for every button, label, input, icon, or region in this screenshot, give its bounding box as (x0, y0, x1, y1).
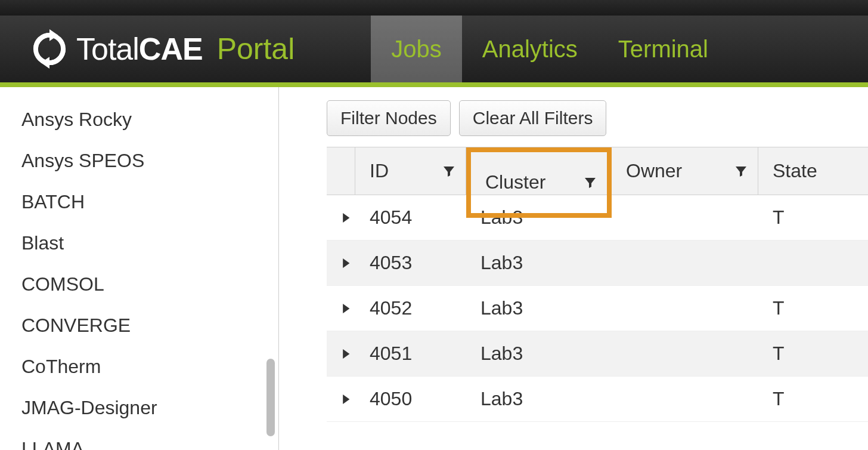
brand-name: TotalCAE (76, 31, 203, 67)
column-cluster-label: Cluster (485, 171, 545, 193)
column-cluster[interactable]: Cluster (466, 147, 612, 218)
cell-cluster: Lab3 (466, 252, 612, 274)
sidebar: Ansys Rocky Ansys SPEOS BATCH Blast COMS… (0, 87, 279, 450)
filter-icon[interactable] (583, 175, 597, 190)
sidebar-item-ansys-rocky[interactable]: Ansys Rocky (0, 99, 278, 140)
cell-cluster: Lab3 (466, 297, 612, 319)
sidebar-item-batch[interactable]: BATCH (0, 181, 278, 223)
svg-marker-6 (343, 394, 349, 404)
table-header-row: ID Cluster Owner (327, 147, 868, 195)
cell-state: T (758, 297, 866, 319)
main-header: TotalCAE Portal Jobs Analytics Terminal (0, 16, 868, 87)
cell-state: T (758, 206, 866, 229)
svg-marker-3 (343, 258, 349, 268)
cell-cluster: Lab3 (466, 343, 612, 365)
refresh-cycle-icon (30, 29, 69, 69)
tab-terminal[interactable]: Terminal (598, 16, 728, 82)
cell-id: 4052 (355, 297, 466, 319)
cell-id: 4050 (355, 388, 466, 410)
window-chrome-bar (0, 0, 868, 16)
table-row[interactable]: 4051 Lab3 T (327, 331, 868, 377)
table-toolbar: Filter Nodes Clear All Filters (327, 100, 868, 136)
filter-icon[interactable] (734, 164, 748, 178)
cell-state: T (758, 343, 866, 365)
expand-toggle[interactable] (327, 394, 355, 404)
column-owner[interactable]: Owner (612, 147, 758, 195)
sidebar-item-jmag-designer[interactable]: JMAG-Designer (0, 387, 278, 429)
svg-marker-5 (343, 349, 349, 359)
table-row[interactable]: 4052 Lab3 T (327, 286, 868, 331)
brand-name-bold: CAE (139, 32, 203, 66)
table-row[interactable]: 4050 Lab3 T (327, 377, 868, 422)
column-expand (327, 147, 355, 195)
svg-marker-4 (343, 304, 349, 313)
sidebar-item-ansys-speos[interactable]: Ansys SPEOS (0, 140, 278, 181)
column-owner-label: Owner (626, 160, 682, 182)
filter-icon[interactable] (442, 164, 456, 178)
cell-id: 4053 (355, 252, 466, 274)
main-content: Filter Nodes Clear All Filters ID Cluste… (279, 87, 868, 450)
sidebar-item-comsol[interactable]: COMSOL (0, 264, 278, 305)
expand-toggle[interactable] (327, 213, 355, 223)
table-row[interactable]: 4053 Lab3 (327, 241, 868, 286)
column-state[interactable]: State (758, 147, 866, 195)
cell-id: 4054 (355, 206, 466, 229)
tab-jobs[interactable]: Jobs (371, 16, 462, 82)
cell-id: 4051 (355, 343, 466, 365)
cell-state: T (758, 388, 866, 410)
column-state-label: State (773, 160, 817, 182)
cell-cluster: Lab3 (466, 388, 612, 410)
brand-product: Portal (217, 32, 295, 66)
jobs-table: ID Cluster Owner (327, 147, 868, 422)
sidebar-scrollbar[interactable] (266, 359, 275, 436)
clear-all-filters-button[interactable]: Clear All Filters (459, 100, 607, 136)
sidebar-item-cotherm[interactable]: CoTherm (0, 346, 278, 387)
expand-toggle[interactable] (327, 349, 355, 359)
sidebar-item-llama[interactable]: LLAMA (0, 429, 278, 450)
sidebar-item-converge[interactable]: CONVERGE (0, 305, 278, 346)
expand-toggle[interactable] (327, 258, 355, 268)
sidebar-item-blast[interactable]: Blast (0, 223, 278, 264)
column-id-label: ID (370, 160, 389, 182)
body-area: Ansys Rocky Ansys SPEOS BATCH Blast COMS… (0, 87, 868, 450)
filter-nodes-button[interactable]: Filter Nodes (327, 100, 451, 136)
tab-analytics[interactable]: Analytics (462, 16, 598, 82)
svg-marker-2 (343, 213, 349, 223)
nav-tabs: Jobs Analytics Terminal (371, 16, 728, 82)
brand-name-light: Total (76, 32, 139, 66)
expand-toggle[interactable] (327, 304, 355, 313)
logo-area: TotalCAE Portal (0, 29, 318, 69)
column-id[interactable]: ID (355, 147, 466, 195)
